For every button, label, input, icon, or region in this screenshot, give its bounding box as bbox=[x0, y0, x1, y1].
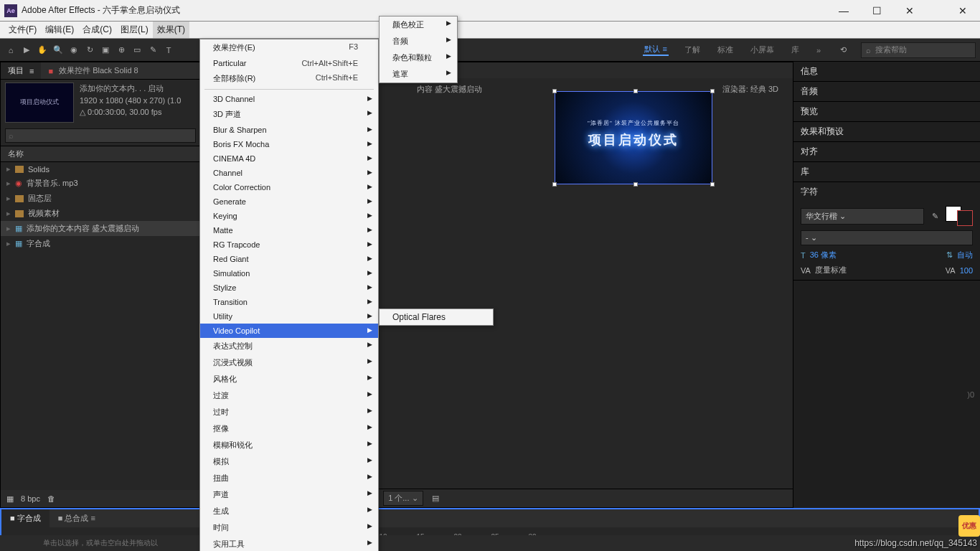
tab-effect-controls[interactable]: ■ 效果控件 Black Solid 8 bbox=[41, 62, 200, 80]
effect-category--[interactable]: 模拟▶ bbox=[200, 453, 378, 470]
effect-category--[interactable]: 沉浸式视频▶ bbox=[200, 354, 378, 371]
effect-category--[interactable]: 抠像▶ bbox=[200, 420, 378, 437]
menu-edit[interactable]: 编辑(E) bbox=[41, 22, 78, 38]
effect-category--[interactable]: 时间▶ bbox=[200, 519, 378, 536]
comp-thumbnail[interactable]: 项目启动仪式 bbox=[5, 83, 74, 123]
hand-tool-icon[interactable]: ✋ bbox=[36, 44, 49, 57]
eyedropper-icon[interactable]: ✎ bbox=[928, 209, 941, 222]
font-style-dropdown[interactable]: - ⌄ bbox=[801, 230, 973, 245]
effect-category-stylize[interactable]: Stylize▶ bbox=[200, 281, 378, 295]
effect-category-cinema-4d[interactable]: CINEMA 4D▶ bbox=[200, 151, 378, 166]
project-item[interactable]: ▸◉背景音乐. mp3 bbox=[1, 176, 200, 191]
workspace-standard[interactable]: 标准 bbox=[716, 44, 735, 55]
menu-effect[interactable]: 效果(T) bbox=[153, 22, 189, 38]
timeline-tab-1[interactable]: ■ 总合成 ≡ bbox=[50, 509, 104, 527]
effect-category-matte[interactable]: Matte▶ bbox=[200, 223, 378, 237]
effect-category-simulation[interactable]: Simulation▶ bbox=[200, 266, 378, 281]
effect-category--[interactable]: 过渡▶ bbox=[200, 387, 378, 404]
minimize-button[interactable]: — bbox=[834, 5, 854, 17]
project-item[interactable]: ▸▦添加你的文本内容 盛大震撼启动 bbox=[1, 221, 200, 236]
viewer-overflow-icon[interactable]: ▤ bbox=[429, 492, 442, 505]
outer-close-button[interactable]: ✕ bbox=[953, 5, 973, 17]
side-menu-item[interactable]: 杂色和颗粒▶ bbox=[380, 50, 457, 66]
orbit-tool-icon[interactable]: ◉ bbox=[67, 44, 80, 57]
line-height[interactable]: 自动 bbox=[957, 250, 973, 260]
interpret-footage-icon[interactable]: ▦ bbox=[6, 494, 14, 504]
effect-category-rg-trapcode[interactable]: RG Trapcode▶ bbox=[200, 237, 378, 252]
home-icon[interactable]: ⌂ bbox=[4, 44, 17, 57]
help-search[interactable]: ⌕ 搜索帮助 bbox=[861, 42, 976, 58]
viewer-stage[interactable]: "添香居" 沐装产业公共服务平台 项目启动仪式 bbox=[497, 91, 712, 206]
anchor-tool-icon[interactable]: ⊕ bbox=[115, 44, 128, 57]
effect-category-3d-[interactable]: 3D 声道▶ bbox=[200, 106, 378, 123]
workspace-small[interactable]: 小屏幕 bbox=[749, 44, 776, 55]
text-tool-icon[interactable]: T bbox=[162, 44, 175, 57]
panel-info[interactable]: 信息 bbox=[793, 62, 980, 81]
effect-category--[interactable]: 过时▶ bbox=[200, 404, 378, 420]
rotate-tool-icon[interactable]: ↻ bbox=[83, 44, 96, 57]
effect-category--[interactable]: 模糊和锐化▶ bbox=[200, 437, 378, 453]
toolbar-sync-icon[interactable]: ⟲ bbox=[837, 44, 849, 57]
project-col-name[interactable]: 名称 bbox=[1, 146, 200, 162]
effect-category--[interactable]: 实用工具▶ bbox=[200, 536, 378, 551]
effect-category-transition[interactable]: Transition▶ bbox=[200, 295, 378, 309]
effect-menu-item[interactable]: 全部移除(R)Ctrl+Shift+E bbox=[200, 70, 378, 87]
effect-category-color-correction[interactable]: Color Correction▶ bbox=[200, 180, 378, 194]
panel-audio[interactable]: 音频 bbox=[793, 82, 980, 101]
maximize-button[interactable]: ☐ bbox=[867, 5, 887, 17]
workspace-learn[interactable]: 了解 bbox=[683, 44, 702, 55]
panel-character[interactable]: 字符 bbox=[793, 182, 980, 202]
effect-category-video-copilot[interactable]: Video Copilot▶ bbox=[200, 324, 378, 338]
effect-category-red-giant[interactable]: Red Giant▶ bbox=[200, 252, 378, 266]
panel-effects-presets[interactable]: 效果和预设 bbox=[793, 122, 980, 141]
timeline-tab-0[interactable]: ■ 字合成 bbox=[1, 509, 50, 527]
pen-tool-icon[interactable]: ✎ bbox=[146, 44, 159, 57]
bpc-toggle[interactable]: 8 bpc bbox=[21, 494, 40, 503]
effect-category--[interactable]: 生成▶ bbox=[200, 503, 378, 519]
menu-layer[interactable]: 图层(L) bbox=[116, 22, 153, 38]
panel-align[interactable]: 对齐 bbox=[793, 142, 980, 161]
effect-category--[interactable]: 扭曲▶ bbox=[200, 470, 378, 486]
project-item[interactable]: ▸▦字合成 bbox=[1, 236, 200, 251]
panel-library[interactable]: 库 bbox=[793, 162, 980, 182]
workspace-more[interactable]: » bbox=[815, 46, 822, 55]
renderer-label[interactable]: 渲染器: 经典 3D bbox=[722, 84, 778, 95]
panel-preview[interactable]: 预览 bbox=[793, 102, 980, 121]
project-search[interactable]: ⌕ bbox=[5, 128, 196, 143]
effect-category-boris-fx-mocha[interactable]: Boris FX Mocha▶ bbox=[200, 137, 378, 151]
effect-category-blur-sharpen[interactable]: Blur & Sharpen▶ bbox=[200, 123, 378, 137]
color-swatch[interactable] bbox=[946, 206, 973, 226]
project-item[interactable]: ▸视频素材 bbox=[1, 206, 200, 221]
zoom-tool-icon[interactable]: 🔍 bbox=[52, 44, 65, 57]
effect-category-3d-channel[interactable]: 3D Channel▶ bbox=[200, 92, 378, 106]
side-menu-item[interactable]: 颜色校正▶ bbox=[380, 17, 457, 33]
close-button[interactable]: ✕ bbox=[900, 5, 920, 17]
effect-category-channel[interactable]: Channel▶ bbox=[200, 166, 378, 180]
selection-tool-icon[interactable]: ▶ bbox=[20, 44, 33, 57]
camera-tool-icon[interactable]: ▣ bbox=[99, 44, 112, 57]
menu-composition[interactable]: 合成(C) bbox=[78, 22, 116, 38]
tab-project[interactable]: 项目 ≡ bbox=[1, 62, 41, 80]
menu-file[interactable]: 文件(F) bbox=[4, 22, 41, 38]
flyout-optical-flares[interactable]: Optical Flares bbox=[380, 309, 493, 325]
font-size[interactable]: 36 像素 bbox=[810, 250, 837, 260]
effect-menu-item[interactable]: ParticularCtrl+Alt+Shift+E bbox=[200, 56, 378, 70]
side-menu-item[interactable]: 音频▶ bbox=[380, 33, 457, 50]
font-family-dropdown[interactable]: 华文行楷 ⌄ bbox=[801, 208, 924, 225]
views-dropdown[interactable]: 1 个... ⌄ bbox=[383, 491, 423, 506]
side-menu-item[interactable]: 遮罩▶ bbox=[380, 66, 457, 83]
project-item[interactable]: ▸Solids bbox=[1, 162, 200, 176]
effect-menu-item[interactable]: 效果控件(E)F3 bbox=[200, 39, 378, 56]
tracking-value[interactable]: 100 bbox=[960, 266, 973, 275]
effect-category-utility[interactable]: Utility▶ bbox=[200, 309, 378, 324]
effect-category-generate[interactable]: Generate▶ bbox=[200, 194, 378, 209]
effect-category--[interactable]: 风格化▶ bbox=[200, 371, 378, 387]
project-item[interactable]: ▸固态层 bbox=[1, 191, 200, 206]
workspace-library[interactable]: 库 bbox=[790, 44, 801, 55]
workspace-default[interactable]: 默认 ≡ bbox=[643, 44, 668, 56]
trash-icon[interactable]: 🗑 bbox=[47, 494, 55, 503]
effect-category-keying[interactable]: Keying▶ bbox=[200, 209, 378, 223]
shape-tool-icon[interactable]: ▭ bbox=[131, 44, 143, 57]
effect-category--[interactable]: 声道▶ bbox=[200, 486, 378, 503]
effect-category--[interactable]: 表达式控制▶ bbox=[200, 338, 378, 354]
